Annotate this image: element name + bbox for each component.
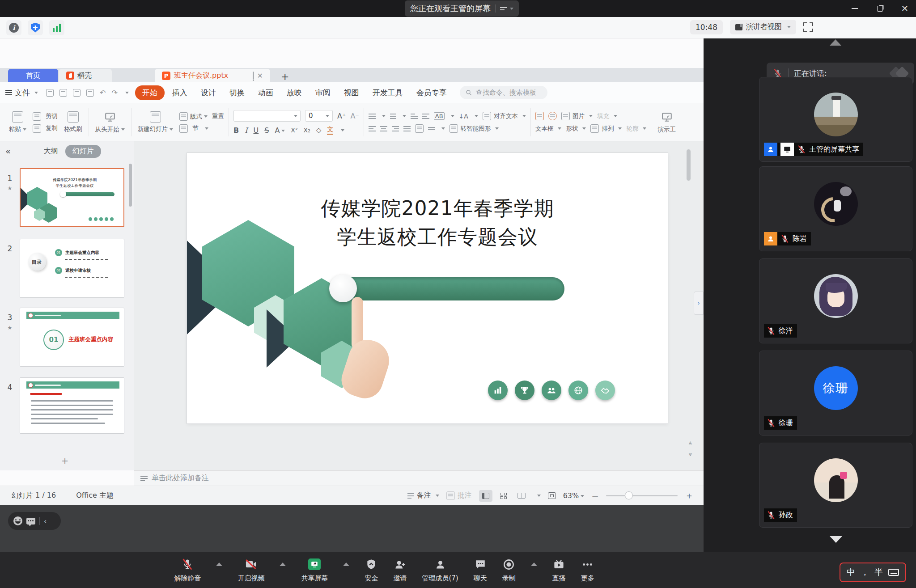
save-icon[interactable]	[46, 89, 54, 97]
output-icon[interactable]	[59, 89, 67, 97]
record-options-caret[interactable]	[531, 563, 537, 566]
arrange-button[interactable]: 排列	[590, 124, 622, 133]
more-button[interactable]: 更多	[581, 558, 594, 583]
close-tab-icon[interactable]: ✕	[257, 72, 263, 80]
chat-button[interactable]: 聊天	[474, 558, 487, 583]
canvas-scrollbar[interactable]	[687, 149, 691, 181]
ime-punct[interactable]: ，	[861, 567, 869, 578]
distribute-icon[interactable]	[415, 124, 424, 133]
copy-button[interactable]: 复制	[33, 124, 58, 133]
record-button[interactable]: 录制	[502, 558, 516, 583]
ime-lang[interactable]: 中	[847, 567, 855, 578]
zoom-out-button[interactable]: −	[591, 491, 599, 501]
unmute-button[interactable]: 解除静音	[174, 558, 201, 583]
ribbon-tab-transition[interactable]: 切换	[224, 85, 250, 100]
slide-sorter-view-button[interactable]	[497, 490, 510, 502]
align-center-icon[interactable]	[380, 126, 387, 131]
strikethrough-button[interactable]: S	[264, 126, 269, 135]
network-quality-button[interactable]	[49, 20, 64, 35]
layout-button[interactable]: 版式	[179, 112, 208, 121]
print-icon[interactable]	[73, 89, 81, 97]
add-slide-button[interactable]: ＋	[45, 453, 85, 468]
scroll-up-icon[interactable]	[830, 39, 841, 46]
ribbon-tab-start[interactable]: 开始	[135, 85, 165, 100]
tab-home[interactable]: 首页	[8, 69, 58, 82]
tab-docer[interactable]: 稻壳	[59, 69, 112, 82]
bullet-list-icon[interactable]	[369, 114, 376, 119]
text-direction-button[interactable]: ↓A	[459, 113, 468, 120]
outdent-icon[interactable]	[411, 114, 418, 119]
smart-graphic-button[interactable]: 转智能图形	[450, 124, 499, 133]
paste-button[interactable]: 粘贴	[7, 110, 28, 134]
meeting-protect-button[interactable]	[28, 20, 43, 35]
slide-1-editor[interactable]: 传媒学院2021年春季学期 学生返校工作专题会议	[187, 153, 668, 423]
zoom-in-button[interactable]: ＋	[685, 490, 694, 502]
fit-slide-button[interactable]	[548, 492, 556, 499]
ribbon-tab-insert[interactable]: 插入	[166, 85, 193, 100]
font-family-select[interactable]	[233, 110, 301, 122]
thumbnail-slide-4[interactable]	[20, 377, 124, 434]
thumbnail-slide-2[interactable]: 目录 01 主题班会重点内容 02 返校申请审核	[20, 239, 124, 298]
align-left-icon[interactable]	[369, 126, 376, 131]
ribbon-tab-view[interactable]: 视图	[338, 85, 365, 100]
ribbon-tab-design[interactable]: 设计	[195, 85, 222, 100]
numbered-list-icon[interactable]	[390, 114, 396, 119]
reset-button[interactable]: 重置	[212, 112, 224, 120]
start-video-button[interactable]: 开启视频	[237, 558, 264, 583]
subscript-button[interactable]: X₂	[304, 127, 310, 134]
live-button[interactable]: 直播	[552, 558, 566, 583]
participant-tile-xuyang[interactable]: 徐洋	[759, 258, 912, 343]
thumbnail-slide-1[interactable]: 传媒学院2021年春季学期学生返校工作专题会议	[20, 168, 124, 227]
ime-indicator[interactable]: 中 ， 半	[840, 563, 906, 582]
share-options-caret[interactable]	[343, 563, 349, 566]
outline-button[interactable]: 轮廓	[626, 125, 646, 133]
task-pane-expander[interactable]: ›	[694, 292, 704, 315]
view-mode-selector[interactable]: 演讲者视图	[730, 20, 796, 34]
line-spacing-icon[interactable]	[428, 127, 435, 130]
tab-document[interactable]: P 班主任会议.pptx ✕	[155, 69, 270, 82]
zoom-slider[interactable]	[606, 495, 678, 496]
ribbon-tab-review[interactable]: 审阅	[310, 85, 336, 100]
next-slide-button[interactable]: ⩔	[689, 451, 692, 458]
align-text-button[interactable]: 对齐文本	[483, 112, 526, 120]
share-screen-button[interactable]: 共享屏幕	[301, 558, 328, 583]
participant-tile-xushan[interactable]: 徐珊 徐珊	[759, 351, 912, 436]
clear-format-button[interactable]: ◇	[316, 126, 322, 134]
outline-tab[interactable]: 大纲	[44, 147, 58, 156]
collapse-pill-icon[interactable]: ‹	[44, 517, 47, 525]
customize-quickbar-icon[interactable]	[125, 92, 129, 94]
emoji-reaction-icon[interactable]	[13, 516, 22, 525]
new-tab-button[interactable]: +	[276, 71, 293, 82]
fill-button[interactable]: 填充	[597, 112, 617, 120]
video-options-caret[interactable]	[280, 563, 286, 566]
notes-toggle-button[interactable]: 备注	[407, 491, 439, 500]
ribbon-tab-devtools[interactable]: 开发工具	[367, 85, 409, 100]
section-button[interactable]: 节	[179, 124, 224, 133]
ribbon-tab-animation[interactable]: 动画	[252, 85, 279, 100]
restore-button[interactable]	[873, 2, 886, 15]
shape-button[interactable]: 形状	[566, 125, 586, 133]
ime-keyboard-icon[interactable]	[888, 569, 899, 576]
minimize-button[interactable]	[848, 2, 861, 15]
new-slide-button[interactable]: 新建幻灯片	[136, 110, 175, 134]
preview-icon[interactable]	[86, 89, 94, 97]
font-color-button[interactable]: A	[275, 126, 285, 135]
pinyin-button[interactable]: 文	[327, 126, 333, 135]
present-tools-button[interactable]: 演示工	[656, 110, 678, 135]
panel-scrollbar[interactable]	[129, 164, 132, 207]
file-menu[interactable]: 文件	[5, 88, 38, 98]
fullscreen-button[interactable]	[803, 22, 813, 32]
mic-options-caret[interactable]	[216, 563, 222, 566]
zoom-slider-knob[interactable]	[625, 491, 633, 499]
format-painter-button[interactable]: 格式刷	[62, 110, 84, 134]
participant-tile-chenyan[interactable]: 陈岩	[759, 166, 912, 251]
justify-icon[interactable]	[403, 126, 411, 131]
participant-tile-wangguan[interactable]: 王管的屏幕共享	[759, 77, 912, 162]
superscript-button[interactable]: X²	[291, 127, 297, 134]
thumbnail-slide-3[interactable]: 01 主题班会重点内容	[20, 308, 124, 367]
picture-button[interactable]: 图片	[561, 112, 593, 120]
notes-bar[interactable]: 单击此处添加备注	[134, 470, 704, 486]
collapse-panel-button[interactable]: «	[5, 146, 11, 157]
reading-view-button[interactable]	[515, 490, 528, 502]
invite-button[interactable]: 邀请	[393, 558, 407, 583]
